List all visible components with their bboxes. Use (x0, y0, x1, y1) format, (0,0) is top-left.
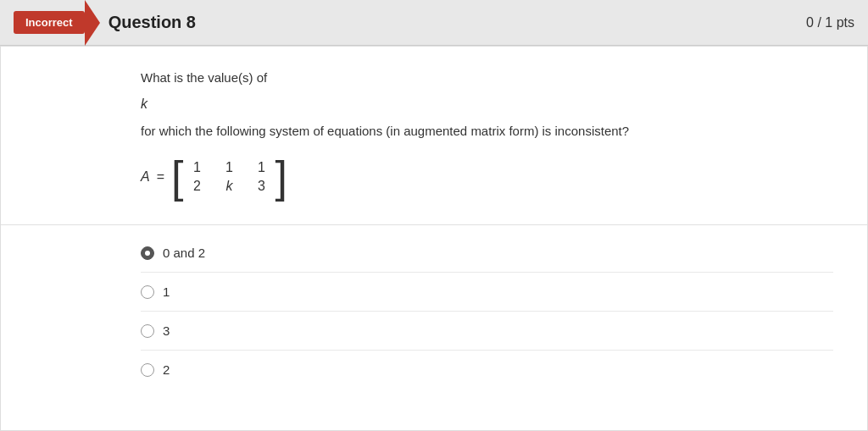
variable-k: k (141, 97, 833, 112)
option-label-4: 2 (163, 362, 170, 377)
matrix-container: A = [ 1 1 1 2 k 3 ] (141, 155, 833, 199)
matrix-cell-r0c0: 1 (186, 160, 207, 175)
radio-option-2[interactable] (141, 285, 154, 299)
question-intro: What is the value(s) of (141, 70, 833, 85)
matrix-grid: 1 1 1 2 k 3 (186, 160, 271, 194)
content-area: What is the value(s) of k for which the … (0, 46, 868, 431)
radio-option-3[interactable] (141, 324, 154, 338)
matrix-right-bracket: ] (275, 155, 287, 199)
matrix-equals: = (157, 169, 164, 185)
header-arrow-icon (85, 0, 100, 46)
incorrect-badge: Incorrect (14, 11, 85, 34)
answer-options: 0 and 2 1 3 2 (141, 234, 833, 389)
option-row-2[interactable]: 1 (141, 273, 833, 312)
option-row-1[interactable]: 0 and 2 (141, 234, 833, 273)
option-label-1: 0 and 2 (163, 246, 205, 260)
matrix-cell-r0c1: 1 (219, 160, 239, 175)
matrix-cell-r1c2: 3 (251, 179, 271, 194)
matrix-cell-r1c0: 2 (186, 179, 207, 194)
matrix-cell-r0c2: 1 (251, 160, 271, 175)
section-divider (1, 224, 867, 225)
radio-option-4[interactable] (141, 363, 154, 377)
question-title: Question 8 (108, 13, 806, 32)
option-label-2: 1 (163, 285, 170, 299)
header-bar: Incorrect Question 8 0 / 1 pts (0, 0, 868, 46)
matrix-cell-r1c1: k (219, 179, 239, 194)
matrix-label: A (141, 169, 150, 185)
option-label-3: 3 (163, 323, 170, 338)
question-continuation: for which the following system of equati… (141, 124, 833, 138)
option-row-3[interactable]: 3 (141, 312, 833, 351)
page-wrapper: Incorrect Question 8 0 / 1 pts What is t… (0, 0, 868, 431)
radio-option-1[interactable] (141, 246, 154, 260)
points-label: 0 / 1 pts (806, 15, 854, 30)
matrix-bracket: [ 1 1 1 2 k 3 ] (171, 155, 287, 199)
option-row-4[interactable]: 2 (141, 351, 833, 389)
matrix-left-bracket: [ (171, 155, 183, 199)
